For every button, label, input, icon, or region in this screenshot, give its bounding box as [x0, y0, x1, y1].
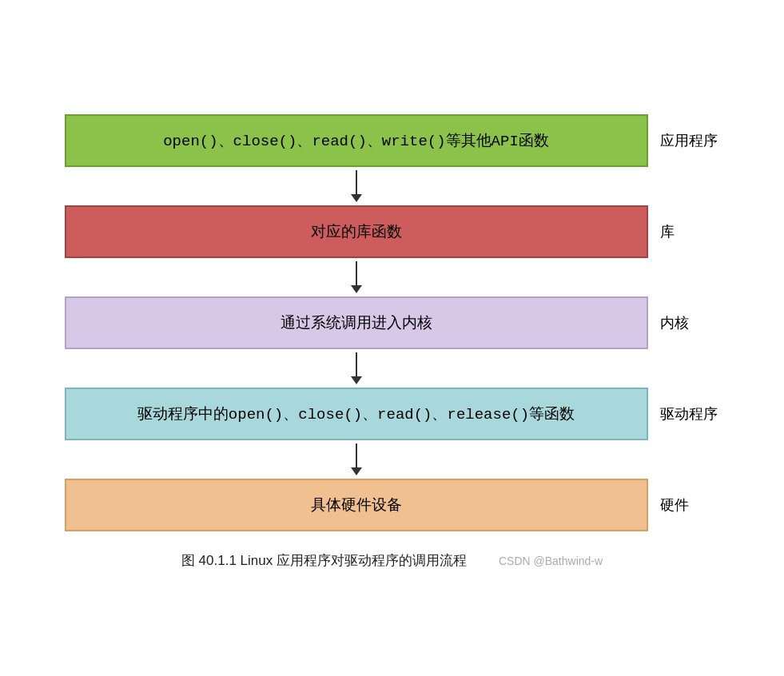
- flow-container: open()、close()、read()、write()等其他API函数 应用…: [65, 114, 720, 531]
- arrow-1-container: [65, 167, 720, 205]
- arrow-line-3: [356, 352, 357, 376]
- driver-box: 驱动程序中的open()、close()、read()、release()等函数: [65, 388, 648, 440]
- caption-area: 图 40.1.1 Linux 应用程序对驱动程序的调用流程 CSDN @Bath…: [181, 551, 603, 570]
- hardware-box: 具体硬件设备: [65, 479, 648, 531]
- hardware-row: 具体硬件设备 硬件: [65, 479, 720, 531]
- lib-box: 对应的库函数: [65, 205, 648, 258]
- arrow-line-1: [356, 170, 357, 194]
- driver-label: 驱动程序: [648, 404, 720, 423]
- kernel-box-text: 通过系统调用进入内核: [281, 313, 432, 331]
- kernel-label: 内核: [648, 313, 720, 332]
- lib-row: 对应的库函数 库: [65, 205, 720, 258]
- arrow-3: [65, 349, 648, 388]
- arrow-head-1: [351, 194, 362, 202]
- arrow-line-2: [356, 261, 357, 285]
- lib-box-text: 对应的库函数: [311, 222, 402, 240]
- app-box-text: open()、close()、read()、write()等其他API函数: [163, 133, 549, 150]
- driver-box-text: 驱动程序中的open()、close()、read()、release()等函数: [137, 406, 575, 423]
- kernel-box: 通过系统调用进入内核: [65, 296, 648, 349]
- lib-label: 库: [648, 222, 720, 241]
- arrow-3-container: [65, 349, 720, 388]
- arrow-down-2: [351, 261, 362, 293]
- app-box: open()、close()、read()、write()等其他API函数: [65, 114, 648, 167]
- arrow-down-1: [351, 170, 362, 202]
- hardware-label: 硬件: [648, 495, 720, 515]
- arrow-2: [65, 258, 648, 296]
- arrow-head-3: [351, 376, 362, 384]
- driver-row: 驱动程序中的open()、close()、read()、release()等函数…: [65, 388, 720, 440]
- arrow-2-container: [65, 258, 720, 296]
- arrow-head-2: [351, 285, 362, 293]
- kernel-row: 通过系统调用进入内核 内核: [65, 296, 720, 349]
- arrow-line-4: [356, 443, 357, 467]
- arrow-down-4: [351, 443, 362, 475]
- caption-main: 图 40.1.1 Linux 应用程序对驱动程序的调用流程: [181, 551, 467, 570]
- caption-csdn: CSDN @Bathwind-w: [499, 555, 603, 567]
- arrow-4-container: [65, 440, 720, 479]
- arrow-head-4: [351, 467, 362, 475]
- app-label: 应用程序: [648, 131, 720, 150]
- diagram-wrapper: open()、close()、read()、write()等其他API函数 应用…: [0, 90, 784, 586]
- arrow-1: [65, 167, 648, 205]
- arrow-down-3: [351, 352, 362, 384]
- app-row: open()、close()、read()、write()等其他API函数 应用…: [65, 114, 720, 167]
- arrow-4: [65, 440, 648, 479]
- hardware-box-text: 具体硬件设备: [311, 495, 402, 513]
